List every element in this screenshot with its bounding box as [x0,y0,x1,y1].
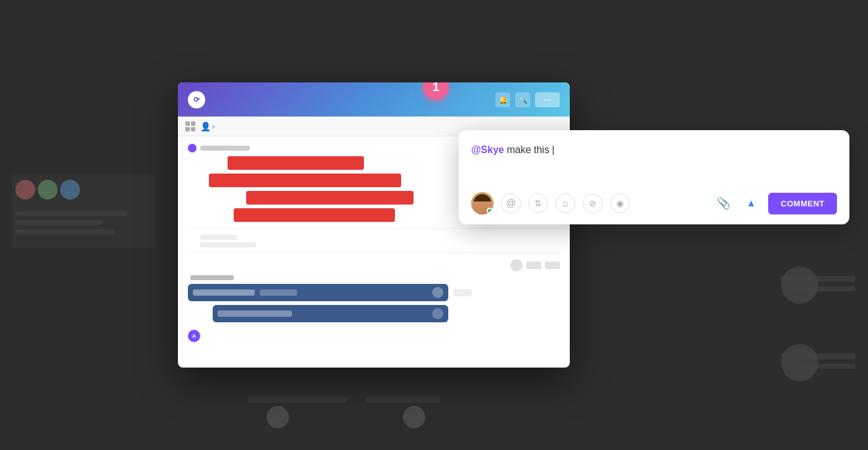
app-logo: ⟳ [188,91,205,108]
bottom-avatar-row: A [188,330,560,342]
attach-button[interactable]: 📎 [714,193,733,213]
format-button[interactable]: ⇅ [528,193,548,213]
add-user-icon[interactable]: 👤+ [200,121,216,131]
circle-button[interactable]: ◉ [610,193,630,213]
bottom-avatar: A [188,330,200,342]
bg-bottom-avatar-2 [403,406,425,428]
bg-right-avatar [781,267,818,304]
red-avatar [188,144,197,152]
bottom-toolbar [188,259,560,271]
bell-icon[interactable]: 🔔 [495,92,510,107]
header-right-icons: 🔔 🔍 ⋯ [495,92,560,107]
mention-text: @Skye [471,144,504,155]
divider-2 [188,252,560,253]
comment-toolbar: @ ⇅ ☺ ⊘ ◉ 📎 ▲ COMMENT [471,192,837,214]
bg-text-3 [16,229,115,234]
red-bar-3 [246,191,414,205]
bg-right-text-3 [781,353,856,360]
bg-avatar-cluster [16,180,80,200]
bg-bottom-avatar-1 [267,406,289,428]
bg-bottom-text-1 [248,397,347,403]
drive-button[interactable]: ▲ [741,193,761,213]
bg-text-1 [16,211,127,216]
comment-body: make this | [504,144,555,155]
logo-icon: ⟳ [193,95,200,104]
blue-section-header [188,275,560,280]
blue-bar-row-1 [188,284,560,301]
blue-section-label-line [190,275,234,280]
red-bar-4 [234,208,395,222]
divider [188,228,560,229]
comment-text-area[interactable]: @Skye make this | [471,143,837,180]
blue-bar-2 [213,305,448,322]
grid-icon[interactable]: ⋯ [535,92,560,107]
notification-badge: 1 [423,82,449,100]
bg-bottom-text-2 [366,397,440,403]
grid-view-icon[interactable] [185,121,195,131]
bg-right-avatar-2 [781,344,818,381]
main-app-card: ⟳ 🔔 🔍 ⋯ 1 👤+ [178,82,570,368]
slash-button[interactable]: ⊘ [583,193,603,213]
bg-text-2 [16,220,102,225]
blue-bar-row-2 [213,305,560,322]
bg-right-text-1 [781,276,856,282]
red-bar-1 [228,156,364,170]
online-indicator [487,208,493,214]
emoji-button[interactable]: ☺ [556,193,575,213]
search-icon[interactable]: 🔍 [515,92,530,107]
blue-bar-1 [188,284,448,301]
bg-right-text-4 [800,364,856,369]
red-bar-2 [209,174,401,187]
bg-right-text-2 [794,286,856,291]
empty-row-1 [188,235,560,240]
comment-submit-button[interactable]: COMMENT [768,193,837,214]
comment-popup: @Skye make this | @ ⇅ ☺ ⊘ [459,130,849,224]
red-section-line [200,146,250,151]
app-header: ⟳ 🔔 🔍 ⋯ 1 [178,82,570,117]
user-avatar [471,192,494,214]
empty-row-2 [188,242,560,247]
at-mention-button[interactable]: @ [501,193,521,213]
